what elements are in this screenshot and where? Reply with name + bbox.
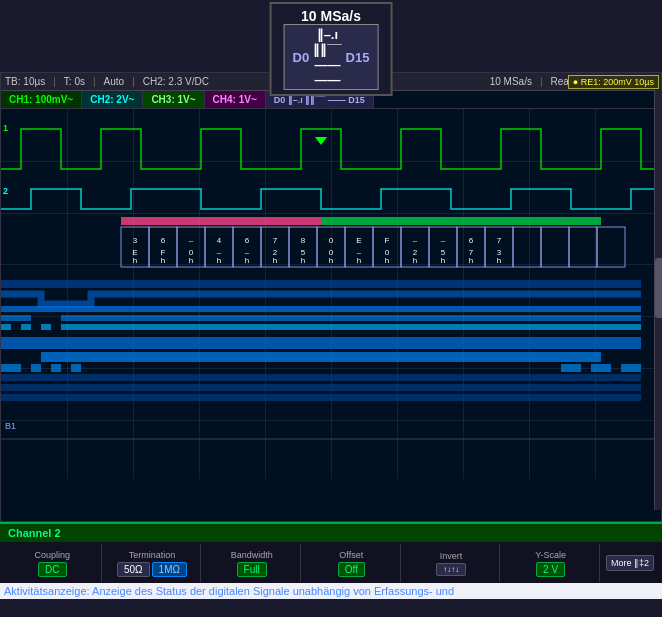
offset-label: Offset <box>339 550 363 560</box>
scrollbar-thumb[interactable] <box>655 258 662 318</box>
svg-text:B1: B1 <box>5 421 16 431</box>
svg-text:4: 4 <box>217 236 222 245</box>
sample-rate-display: 10 MSa/s <box>284 8 379 24</box>
svg-rect-76 <box>561 364 581 372</box>
bottom-panel: Channel 2 Coupling DC Termination 50Ω 1M… <box>0 522 662 582</box>
termination-value: 50Ω 1MΩ <box>117 562 187 577</box>
svg-text:h: h <box>441 256 445 265</box>
invert-control: Invert ↑↓↑↓ <box>403 544 501 582</box>
svg-text:h: h <box>133 256 137 265</box>
coupling-control: Coupling DC <box>4 544 102 582</box>
svg-text:h: h <box>413 256 417 265</box>
svg-rect-70 <box>1 337 641 349</box>
channel-label-bar: Channel 2 <box>0 524 662 542</box>
svg-rect-69 <box>61 324 641 330</box>
coupling-value: DC <box>38 562 66 577</box>
offset-control: Offset Off <box>303 544 401 582</box>
yscale-2v-button[interactable]: 2 V <box>536 562 565 577</box>
svg-text:–: – <box>441 236 446 245</box>
coupling-dc-button[interactable]: DC <box>38 562 66 577</box>
svg-text:7: 7 <box>497 236 502 245</box>
offset-value: Off <box>338 562 365 577</box>
termination-1mohm-button[interactable]: 1MΩ <box>152 562 187 577</box>
svg-text:8: 8 <box>301 236 306 245</box>
invert-label: Invert <box>440 551 463 561</box>
re1-label: ● RE1: 200mV 10µs <box>568 75 659 89</box>
waveform-svg: 3Eh 6Fh –0h 4–h 6–h 72h 85h 00h E–h F0h … <box>1 109 661 479</box>
digital-channel-display: D0 ‖–.ı ‖‖¯¯ —— —— D15 <box>284 24 379 90</box>
ch3-tab[interactable]: CH3: 1V~ <box>143 91 204 108</box>
scrollbar[interactable] <box>654 90 662 510</box>
ch2-info: CH2: 2.3 V/DC <box>143 76 209 87</box>
termination-label: Termination <box>129 550 176 560</box>
svg-rect-17 <box>513 227 541 267</box>
yscale-label: Y-Scale <box>535 550 566 560</box>
more-button[interactable]: More ‖‡2 <box>606 555 654 571</box>
svg-rect-73 <box>31 364 41 372</box>
svg-marker-0 <box>315 137 327 145</box>
svg-rect-81 <box>1 394 641 401</box>
svg-rect-72 <box>1 364 21 372</box>
termination-50ohm-button[interactable]: 50Ω <box>117 562 150 577</box>
svg-text:–: – <box>189 236 194 245</box>
svg-rect-67 <box>21 324 31 330</box>
svg-text:6: 6 <box>245 236 250 245</box>
svg-text:7: 7 <box>273 236 278 245</box>
bandwidth-control: Bandwidth Full <box>203 544 301 582</box>
ch4-tab[interactable]: CH4: 1V~ <box>205 91 266 108</box>
svg-text:F: F <box>385 236 390 245</box>
svg-text:3: 3 <box>133 236 138 245</box>
svg-rect-68 <box>41 324 51 330</box>
d0-label: D0 <box>293 50 310 65</box>
svg-rect-79 <box>1 374 641 381</box>
svg-rect-71 <box>41 352 601 362</box>
svg-rect-66 <box>1 324 11 330</box>
d15-label: D15 <box>346 50 370 65</box>
svg-text:2: 2 <box>3 186 8 196</box>
active-channel-label: Channel 2 <box>8 527 61 539</box>
footer-description: Aktivitätsanzeige: Anzeige des Status de… <box>4 585 454 597</box>
offset-off-button[interactable]: Off <box>338 562 365 577</box>
svg-text:h: h <box>329 256 333 265</box>
svg-text:E: E <box>356 236 361 245</box>
svg-rect-74 <box>51 364 61 372</box>
svg-rect-75 <box>71 364 81 372</box>
oscilloscope-screen: TB: 10µs | T: 0s | Auto | CH2: 2.3 V/DC … <box>0 72 662 522</box>
digital-pattern: ‖–.ı ‖‖¯¯ —— —— <box>313 27 341 87</box>
svg-text:1: 1 <box>3 123 8 133</box>
svg-rect-18 <box>541 227 569 267</box>
svg-text:–: – <box>413 236 418 245</box>
svg-text:h: h <box>245 256 249 265</box>
bandwidth-value: Full <box>237 562 267 577</box>
ch2-tab[interactable]: CH2: 2V~ <box>82 91 143 108</box>
svg-text:h: h <box>469 256 473 265</box>
svg-text:h: h <box>189 256 193 265</box>
svg-rect-80 <box>1 384 641 391</box>
invert-value: ↑↓↑↓ <box>436 563 466 576</box>
svg-text:h: h <box>301 256 305 265</box>
svg-rect-20 <box>597 227 625 267</box>
bandwidth-full-button[interactable]: Full <box>237 562 267 577</box>
termination-control: Termination 50Ω 1MΩ <box>104 544 202 582</box>
svg-text:6: 6 <box>161 236 166 245</box>
ch1-tab[interactable]: CH1: 100mV~ <box>1 91 82 108</box>
invert-button[interactable]: ↑↓↑↓ <box>436 563 466 576</box>
svg-text:h: h <box>273 256 277 265</box>
coupling-label: Coupling <box>35 550 71 560</box>
timebase-display: TB: 10µs <box>5 76 45 87</box>
svg-text:0: 0 <box>329 236 334 245</box>
footer-text: Aktivitätsanzeige: Anzeige des Status de… <box>0 583 662 599</box>
svg-text:h: h <box>497 256 501 265</box>
svg-text:h: h <box>385 256 389 265</box>
sample-rate-status: 10 MSa/s <box>490 76 532 87</box>
yscale-value: 2 V <box>536 562 565 577</box>
svg-text:6: 6 <box>469 236 474 245</box>
svg-text:h: h <box>161 256 165 265</box>
svg-rect-1 <box>121 217 321 225</box>
bandwidth-label: Bandwidth <box>231 550 273 560</box>
svg-rect-77 <box>591 364 611 372</box>
controls-row: Coupling DC Termination 50Ω 1MΩ Bandwidt… <box>0 542 662 584</box>
svg-rect-63 <box>1 306 641 312</box>
auto-status: Auto <box>104 76 125 87</box>
waveform-area: 3Eh 6Fh –0h 4–h 6–h 72h 85h 00h E–h F0h … <box>1 109 661 479</box>
